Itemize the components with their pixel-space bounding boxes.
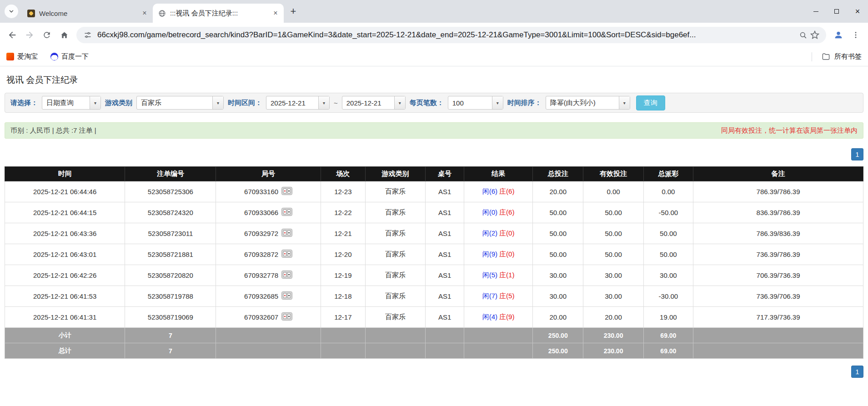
date-end-select[interactable]: 2025-12-21 ▾	[342, 96, 406, 110]
cell-bet-id: 523058725306	[125, 181, 216, 202]
table-row: 2025-12-21 06:44:46 523058725306 6709331…	[5, 181, 863, 202]
cell-payout: 19.00	[643, 307, 693, 328]
date-start-select[interactable]: 2025-12-21 ▾	[266, 96, 330, 110]
total-bet-link[interactable]: 20.00	[533, 307, 583, 328]
page-1-button[interactable]: 1	[851, 148, 863, 160]
sort-select[interactable]: 降幂(由大到小) ▾	[546, 96, 630, 110]
cell-note: 786.39/836.39	[693, 223, 863, 244]
table-row: 2025-12-21 06:42:26 523058720820 6709327…	[5, 265, 863, 286]
round-replay-icon[interactable]	[281, 208, 292, 217]
site-info-icon[interactable]	[82, 29, 94, 41]
empty-cell	[216, 343, 321, 359]
tab-bet-record[interactable]: :::视讯 会员下注纪录::: ×	[153, 4, 284, 23]
subtotal-payout: 69.00	[643, 328, 693, 343]
cell-session: 12-20	[321, 244, 365, 265]
cell-time: 2025-12-21 06:43:36	[5, 223, 125, 244]
header-valid-bet: 有效投注	[583, 167, 643, 181]
round-number: 670932607	[244, 313, 278, 321]
table-row: 2025-12-21 06:43:01 523058721881 6709328…	[5, 244, 863, 265]
back-button[interactable]	[4, 26, 21, 44]
url-text[interactable]: 66cxkj98.com/game/betrecord_search/kind3…	[97, 30, 793, 40]
cell-game: 百家乐	[365, 202, 425, 223]
round-replay-icon[interactable]	[281, 271, 292, 280]
page-size-select[interactable]: 100 ▾	[448, 96, 503, 110]
cell-bet-id: 523058719788	[125, 286, 216, 307]
total-bet-link[interactable]: 50.00	[533, 223, 583, 244]
round-number: 670933160	[244, 188, 278, 195]
cell-payout: -30.00	[643, 286, 693, 307]
cell-result: 闲(2)庄(0)	[464, 223, 533, 244]
profile-avatar[interactable]	[830, 26, 847, 44]
browser-window: Welcome × :::视讯 会员下注纪录::: × + ×	[0, 0, 868, 406]
header-round: 局号	[216, 167, 321, 181]
empty-cell	[321, 328, 365, 343]
cell-bet-id: 523058724320	[125, 202, 216, 223]
total-bet-link[interactable]: 50.00	[533, 202, 583, 223]
round-replay-icon[interactable]	[281, 291, 292, 301]
zoom-icon[interactable]	[797, 29, 809, 41]
cell-table: AS1	[426, 244, 464, 265]
minimize-button[interactable]	[805, 0, 826, 23]
round-replay-icon[interactable]	[281, 229, 292, 238]
page-content: 视讯 会员下注纪录 请选择： 日期查询 ▾ 游戏类别 百家乐 ▾ 时间区间： 2…	[0, 74, 868, 378]
header-game: 游戏类别	[365, 167, 425, 181]
cell-round: 670932778	[216, 265, 321, 286]
bookmark-baidu[interactable]: 百度一下	[50, 52, 89, 61]
all-bookmarks-button[interactable]: 所有书签	[812, 52, 862, 61]
home-icon	[60, 30, 69, 40]
chevron-down-icon[interactable]: ▾	[394, 96, 405, 109]
cell-payout: -50.00	[643, 202, 693, 223]
search-button[interactable]: 查询	[636, 95, 665, 110]
cell-note: 786.39/786.39	[693, 181, 863, 202]
query-type-value: 日期查询	[42, 96, 90, 109]
page-size-value: 100	[448, 96, 492, 109]
cell-game: 百家乐	[365, 286, 425, 307]
query-type-label: 请选择：	[10, 99, 38, 107]
tab-close-icon[interactable]: ×	[140, 9, 149, 18]
cell-time: 2025-12-21 06:44:46	[5, 181, 125, 202]
round-replay-icon[interactable]	[281, 250, 292, 259]
cell-note: 736.39/706.39	[693, 286, 863, 307]
round-replay-icon[interactable]	[281, 312, 292, 322]
cell-note: 706.39/736.39	[693, 265, 863, 286]
bookmark-star-icon[interactable]	[809, 29, 821, 41]
cell-game: 百家乐	[365, 265, 425, 286]
home-button[interactable]	[55, 26, 73, 44]
total-bet-link[interactable]: 50.00	[533, 244, 583, 265]
close-window-button[interactable]: ×	[847, 0, 868, 23]
total-bet-link[interactable]: 30.00	[533, 286, 583, 307]
bookmark-aitaobao[interactable]: 爱淘宝	[6, 52, 38, 61]
back-icon	[7, 30, 17, 40]
cell-table: AS1	[426, 181, 464, 202]
forward-button[interactable]	[21, 26, 38, 44]
game-type-select[interactable]: 百家乐 ▾	[136, 96, 224, 110]
cell-session: 12-19	[321, 265, 365, 286]
query-type-select[interactable]: 日期查询 ▾	[42, 96, 101, 110]
empty-cell	[365, 328, 425, 343]
chevron-down-icon[interactable]: ▾	[90, 96, 100, 109]
maximize-button[interactable]	[826, 0, 847, 23]
tab-welcome[interactable]: Welcome ×	[22, 4, 153, 23]
browser-menu-button[interactable]	[847, 26, 864, 44]
chevron-down-icon[interactable]: ▾	[619, 96, 630, 109]
address-bar[interactable]: 66cxkj98.com/game/betrecord_search/kind3…	[76, 27, 826, 43]
date-range-tilde: ~	[334, 99, 338, 107]
cell-round: 670932607	[216, 307, 321, 328]
chevron-down-icon[interactable]: ▾	[492, 96, 503, 109]
sort-label: 时间排序：	[507, 99, 542, 107]
tab-close-icon[interactable]: ×	[271, 9, 280, 18]
cell-payout: 0.00	[643, 181, 693, 202]
total-bet-link[interactable]: 20.00	[533, 181, 583, 202]
cell-time: 2025-12-21 06:44:15	[5, 202, 125, 223]
tab-search-button[interactable]	[5, 5, 18, 18]
cell-table: AS1	[426, 223, 464, 244]
total-bet-link[interactable]: 30.00	[533, 265, 583, 286]
cell-table: AS1	[426, 265, 464, 286]
round-replay-icon[interactable]	[281, 187, 292, 196]
chevron-down-icon[interactable]: ▾	[318, 96, 329, 109]
new-tab-button[interactable]: +	[286, 5, 300, 18]
page-1-button[interactable]: 1	[851, 366, 863, 378]
round-number: 670932778	[244, 271, 278, 279]
reload-button[interactable]	[38, 26, 55, 44]
chevron-down-icon[interactable]: ▾	[212, 96, 223, 109]
